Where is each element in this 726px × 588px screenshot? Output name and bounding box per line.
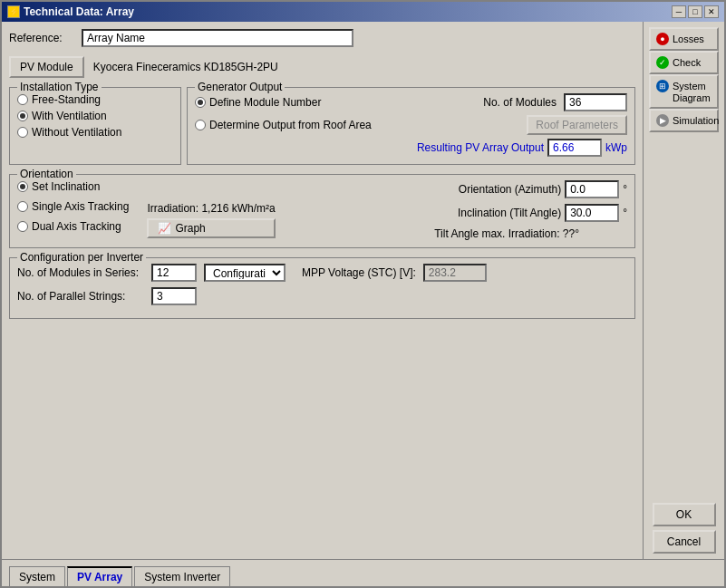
tab-pv-array-label: PV Array [77,571,122,583]
diagram-label-row: Diagram [656,92,711,103]
azimuth-input[interactable] [565,180,619,198]
bottom-tabs: System PV Array System Inverter [2,559,724,586]
tab-pv-array[interactable]: PV Array [67,566,132,586]
radio-set-inclination[interactable]: Set Inclination [17,180,129,193]
parallel-label: No. of Parallel Strings: [17,290,144,303]
radio-without-ventilation-label: Without Ventilation [32,126,121,139]
roof-parameters-button[interactable]: Roof Parameters [527,115,627,135]
resulting-value-input[interactable] [547,139,602,157]
close-button[interactable]: ✕ [704,5,719,18]
parallel-strings-row: No. of Parallel Strings: [17,287,627,305]
installation-group-label: Installation Type [17,81,102,93]
tilt-unit: ° [623,207,627,219]
installation-group: Installation Type Free-Standing With Ven… [9,87,181,165]
radio-dual-label: Dual Axis Tracking [32,220,121,233]
radio-dual-axis[interactable]: Dual Axis Tracking [17,220,129,233]
graph-label: Graph [175,222,205,235]
radio-free-standing[interactable]: Free-Standing [17,93,173,106]
series-input[interactable] [151,264,197,282]
radio-determine-input[interactable] [195,120,206,130]
mpp-input [423,264,487,282]
parallel-input[interactable] [151,287,197,305]
module-name-label: Kyocera Fineceramics KD185GH-2PU [93,61,278,73]
reference-label: Reference: [9,32,82,44]
radio-with-ventilation[interactable]: With Ventilation [17,110,173,122]
radio-single-input[interactable] [17,201,28,212]
radio-free-standing-input[interactable] [17,94,28,105]
orient-left-col: Set Inclination Single Axis Tracking Dua… [17,180,129,236]
title-bar-left: ⚡ Technical Data: Array [7,5,134,18]
radio-single-axis[interactable]: Single Axis Tracking [17,200,129,213]
radio-without-ventilation-input[interactable] [17,127,28,138]
losses-label: Losses [673,34,704,44]
azimuth-row: Orientation (Azimuth) ° [434,180,627,198]
right-panel-inner: ● Losses ✓ Check ⊞ System Diagram [649,27,719,554]
no-modules-input[interactable] [564,93,627,111]
modules-series-row: No. of Modules in Series: Configuration … [17,264,627,282]
pv-module-button[interactable]: PV Module [9,56,84,78]
install-generator-row: Installation Type Free-Standing With Ven… [9,87,635,169]
radio-determine-roof[interactable]: Determine Output from Roof Area [195,119,372,131]
tab-system-label: System [19,571,55,583]
azimuth-unit: ° [623,183,627,196]
title-buttons: ─ □ ✕ [672,5,719,18]
losses-icon: ● [656,33,669,45]
simulation-button[interactable]: ▶ Simulation [649,109,719,132]
radio-determine-label: Determine Output from Roof Area [209,119,372,131]
tilt-row: Inclination (Tilt Angle) ° [434,204,627,222]
title-bar: ⚡ Technical Data: Array ─ □ ✕ [2,2,724,22]
system-diagram-button[interactable]: ⊞ System Diagram [649,74,719,109]
radio-free-standing-label: Free-Standing [32,93,101,106]
orientation-group-label: Orientation [17,168,76,180]
orientation-group: Orientation Set Inclination Single [9,174,635,248]
graph-button[interactable]: 📈 Graph [147,218,275,238]
system-diagram-inner: ⊞ System [656,80,706,92]
irradiation-text: Irradiation: 1,216 kWh/m²a [147,202,275,215]
system-diagram-icon: ⊞ [656,80,669,92]
radio-without-ventilation[interactable]: Without Ventilation [17,126,173,139]
window-icon: ⚡ [7,5,20,18]
system-label: System [673,81,706,92]
radio-set-incl-label: Set Inclination [32,180,100,193]
tab-system-inverter-label: System Inverter [144,571,220,583]
configuration-group-label: Configuration per Inverter [17,251,146,264]
check-button[interactable]: ✓ Check [649,51,719,74]
resulting-label: Resulting PV Array Output [417,141,544,154]
reference-row: Reference: [9,29,635,47]
main-panel: Reference: PV Module Kyocera Fineceramic… [2,22,643,559]
tilt-input[interactable] [565,204,619,222]
azimuth-label: Orientation (Azimuth) [434,183,561,196]
main-window: ⚡ Technical Data: Array ─ □ ✕ Reference:… [0,0,726,588]
maximize-button[interactable]: □ [688,5,702,18]
window-title: Technical Data: Array [24,5,134,18]
tab-system[interactable]: System [9,566,65,586]
minimize-button[interactable]: ─ [672,5,686,18]
resulting-row: Resulting PV Array Output kWp [195,139,627,157]
config-dropdown[interactable]: Configuration [204,264,286,282]
tilt-label: Inclination (Tilt Angle) [434,207,561,219]
radio-dual-input[interactable] [17,221,28,232]
graph-icon: 📈 [158,222,171,235]
radio-define-input[interactable] [195,97,206,108]
determine-roof-row: Determine Output from Roof Area Roof Par… [195,115,627,135]
radio-define-module[interactable]: Define Module Number [195,96,321,109]
tab-system-inverter[interactable]: System Inverter [134,566,230,586]
radio-set-incl-input[interactable] [17,181,28,192]
check-icon: ✓ [656,56,669,69]
pv-module-row: PV Module Kyocera Fineceramics KD185GH-2… [9,56,635,78]
cancel-button[interactable]: Cancel [653,530,716,554]
check-label: Check [673,57,701,68]
radio-with-ventilation-input[interactable] [17,111,28,121]
tilt-max-row: Tilt Angle max. Irradiation: ??° [434,227,627,240]
mpp-label: MPP Voltage (STC) [V]: [302,266,416,279]
right-spacer [649,132,719,494]
losses-button[interactable]: ● Losses [649,27,719,51]
diagram-label: Diagram [673,92,711,103]
generator-group: Generator Output Define Module Number No… [187,87,635,165]
radio-with-ventilation-label: With Ventilation [32,110,107,122]
reference-input[interactable] [82,29,353,47]
simulation-icon: ▶ [656,114,669,127]
ok-button[interactable]: OK [653,503,716,526]
content-area: Reference: PV Module Kyocera Fineceramic… [2,22,724,559]
configuration-group: Configuration per Inverter No. of Module… [9,257,635,319]
